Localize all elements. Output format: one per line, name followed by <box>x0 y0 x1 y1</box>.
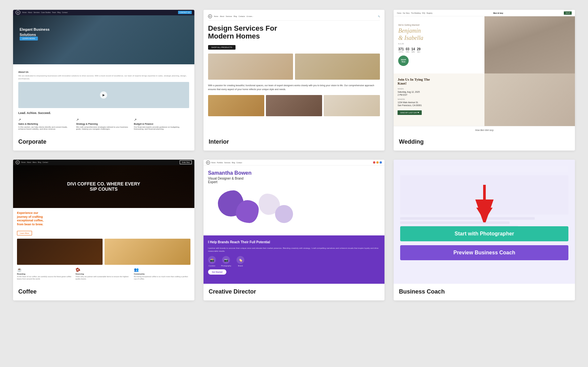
corporate-nav: D Home About Services Case Studies Team … <box>13 10 194 15</box>
cd-nav-home: Home <box>211 162 216 164</box>
cd-shapes <box>208 187 380 230</box>
wedding-where-label: Where <box>398 98 480 100</box>
coffee-sourcing-title: Sourcing <box>75 273 132 275</box>
card-business-coach: Start with Photographer Preview Business… <box>394 160 575 300</box>
corporate-nav-blog: Blog <box>57 11 61 13</box>
coffee-service-sourcing: 🫘 Sourcing That's why we partner with su… <box>75 267 132 280</box>
coffee-roasting-icon: ☕ <box>17 267 74 272</box>
corporate-nav-contact: Contact <box>62 11 68 13</box>
cd-photography-label: Photography <box>221 265 231 267</box>
coffee-roasting-title: Roasting <box>17 273 74 275</box>
corporate-about-heading: About Us <box>18 71 189 73</box>
corporate-nav-services: Services <box>33 11 40 13</box>
wedding-label: Wedding <box>394 134 575 151</box>
wedding-rings-photo <box>484 73 575 126</box>
wed-count-days: 371 DAYS <box>398 47 404 53</box>
coffee-nav-blog: Blog <box>38 161 41 163</box>
cd-title: Visual Designer & BrandExpert <box>208 177 380 184</box>
coffee-nav-order: Order Now <box>180 160 191 164</box>
creative-director-preview: D Home Portfolio Services Blog Contact S… <box>204 160 385 284</box>
interior-images <box>208 54 380 80</box>
coffee-nav-contact: Contact <box>42 161 48 163</box>
interior-nav-about: About <box>220 15 224 17</box>
cd-brand-label: Brand <box>238 265 243 267</box>
corporate-service-1: ↗ Sales & Marketing In this section, we … <box>18 118 74 130</box>
cd-logo: D <box>206 161 210 165</box>
bc-arrow-icon <box>471 183 498 222</box>
interior-gallery-2 <box>266 95 322 116</box>
card-wedding: Home Our Story The Wedding FAQ Registry … <box>394 10 575 151</box>
creative-director-hero: Samantha Bowen Visual Designer & BrandEx… <box>204 166 385 235</box>
wed-count-min: 14 MIN <box>411 47 415 53</box>
wedding-names-title: Benjamin& Isabella <box>398 27 480 41</box>
coffee-nav: D Home About Menu Blog Contact Order Now <box>13 160 194 165</box>
wedding-rsvp-btn[interactable]: SAVE MY LAST DAY ❤ <box>398 110 422 115</box>
interior-nav-more: & more › <box>247 15 253 17</box>
corporate-service-title-1: Sales & Marketing <box>18 123 74 125</box>
coffee-preview: D Home About Menu Blog Contact Order Now… <box>13 160 194 284</box>
bc-preview-business-coach-btn[interactable]: Preview Business Coach <box>400 245 568 260</box>
cd-icon-curation: 📸 Curation <box>208 256 216 267</box>
coffee-service-roasting: ☕ Roasting At the heart of our coffee, w… <box>17 267 74 280</box>
coffee-sourcing-icon: 🫘 <box>75 267 132 272</box>
cd-curation-icon: 📸 <box>208 256 216 264</box>
corporate-hero-btn: LEARN MORE <box>20 37 38 40</box>
cd-purple-icons: 📸 Curation 📷 Photography 🏷️ Brand <box>208 256 380 267</box>
interior-label: Interior <box>204 134 385 151</box>
coffee-grid <box>17 239 190 265</box>
corporate-about-text: We are dedicated to empowering businesse… <box>18 74 189 80</box>
corporate-play-btn[interactable]: ▶ <box>100 91 107 99</box>
wedding-names-panel: We're Getting Married! Benjamin& Isabell… <box>394 16 484 73</box>
coffee-roasting-text: At the heart of our coffee, we carefully… <box>17 276 74 280</box>
coffee-section: Experience ourjourney of craftingexcepti… <box>13 208 194 284</box>
coffee-nav-home: Home <box>21 161 25 163</box>
cd-get-started-btn[interactable]: Get Started <box>208 269 226 275</box>
corporate-service-title-2: Strategy & Planning <box>76 123 131 125</box>
interior-gallery <box>208 95 380 116</box>
corporate-video-thumb: ▶ <box>18 82 189 108</box>
wed-nav-home: Home <box>397 12 401 14</box>
corporate-services: ↗ Sales & Marketing In this section, we … <box>18 118 189 130</box>
wedding-story-text: How Ben Met Izzy <box>398 129 571 131</box>
bc-start-photographer-btn[interactable]: Start with Photographer <box>400 226 568 241</box>
corporate-service-3: ↗ Budget & Finance Our financial experts… <box>134 118 189 130</box>
coffee-cta-btn[interactable]: Learn More <box>17 231 32 235</box>
coffee-community-text: But being exceptional coffee is so much … <box>134 276 190 280</box>
cd-nav-portfolio: Portfolio <box>217 162 223 164</box>
cd-purple-text: I partner with brands to uncover their u… <box>208 247 380 253</box>
corporate-service-text-2: We craft comprehensive strategies tailor… <box>76 126 131 130</box>
coffee-services: ☕ Roasting At the heart of our coffee, w… <box>17 267 190 280</box>
cd-brand-icon: 🏷️ <box>237 256 244 264</box>
corporate-nav-links: Home About Services Case Studies Team Bl… <box>22 11 176 13</box>
wedding-story: How Ben Met Izzy <box>394 126 575 134</box>
corporate-service-2: ↗ Strategy & Planning We craft comprehen… <box>76 118 131 130</box>
corporate-preview: D Home About Services Case Studies Team … <box>13 10 194 134</box>
cd-dot-orange <box>376 161 379 164</box>
coffee-img-light <box>105 239 190 265</box>
cd-name: Samantha Bowen <box>208 170 380 176</box>
cd-blob-4 <box>275 205 293 223</box>
wedding-nav-title: Ben & Izzy <box>434 12 562 14</box>
creative-director-purple-section: I Help Brands Reach Their Full Potential… <box>204 235 385 284</box>
cd-dot-red <box>373 161 375 164</box>
interior-nav: D Home About Services Blog Contacts & mo… <box>208 14 380 21</box>
corporate-arrow-3: ↗ <box>134 118 189 121</box>
interior-hero-title: Design Services ForModern Homes <box>208 24 380 40</box>
coffee-sourcing-text: That's why we partner with sustainable f… <box>75 276 132 280</box>
wedding-top: We're Getting Married! Benjamin& Isabell… <box>394 16 575 73</box>
cd-dot-blue <box>380 161 382 164</box>
cd-nav-services: Services <box>224 162 230 164</box>
wed-nav-faq: FAQ <box>422 12 425 14</box>
wedding-badge: RSVPNow <box>398 56 409 66</box>
wedding-where-value: 1234 Main Avenue St.San Francisco, CA 00… <box>398 101 480 107</box>
coffee-hero-text: DIVI COFFEE CO. WHERE EVERYSIP COUNTS <box>67 181 140 192</box>
wedding-getting-married: We're Getting Married! <box>398 24 480 26</box>
wed-nav-story: Our Story <box>403 12 410 14</box>
interior-search[interactable]: 🔍 <box>378 15 380 17</box>
wedding-ceremony: Join Us In Tying TheKnot! When Saturday,… <box>394 73 484 126</box>
wedding-nav-links: Home Our Story The Wedding FAQ Registry <box>397 12 433 14</box>
wedding-bottom: Join Us In Tying TheKnot! When Saturday,… <box>394 73 575 126</box>
coffee-label: Coffee <box>13 284 194 300</box>
creative-director-label: Creative Director <box>204 284 385 300</box>
svg-marker-2 <box>476 208 493 221</box>
